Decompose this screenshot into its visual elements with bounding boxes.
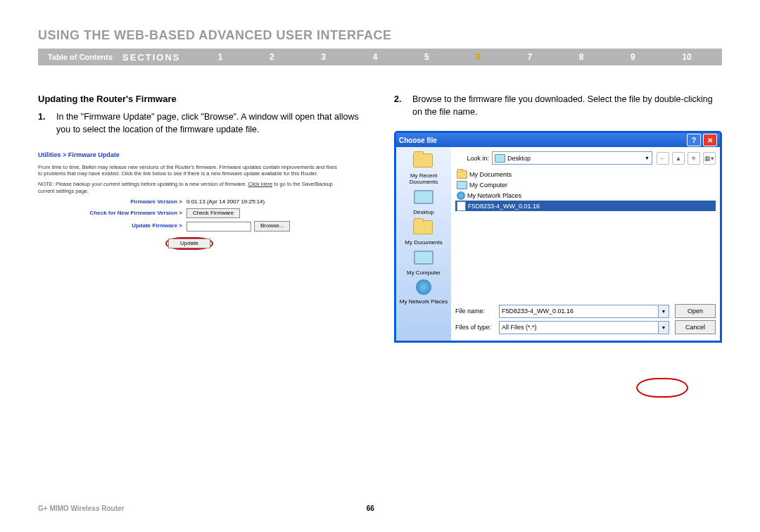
highlight-ellipse: [636, 378, 688, 398]
browse-button[interactable]: Browse...: [254, 221, 290, 231]
firmware-intro-text: From time to time, Belkin may release ne…: [38, 164, 341, 178]
file-icon: [457, 201, 466, 211]
firmware-update-panel: Utilities > Firmware Update From time to…: [38, 151, 341, 250]
sidebar-computer[interactable]: My Computer: [407, 248, 441, 276]
step-2-text: Browse to the firmware file you download…: [412, 94, 722, 118]
check-firmware-label: Check for New Firmware Version >: [38, 210, 186, 217]
footer-product: G+ MIMO Wireless Router: [38, 505, 124, 512]
chevron-down-icon[interactable]: ▼: [658, 305, 669, 317]
lookin-select[interactable]: Desktop ▼: [492, 151, 652, 165]
filename-input[interactable]: F5D8233-4_WW_0.01.16▼: [499, 305, 669, 318]
list-item: My Documents: [455, 169, 716, 179]
sections-label: SECTIONS: [122, 52, 187, 63]
list-item: My Network Places: [455, 190, 716, 201]
computer-icon: [457, 181, 467, 189]
list-item: My Computer: [455, 179, 716, 190]
nav-item-4[interactable]: 4: [373, 52, 378, 62]
step-1-number: 1.: [38, 111, 56, 136]
firmware-version-value: 0.01.13 (Apr 14 2007 19:25:14): [186, 198, 265, 205]
up-icon[interactable]: ▲: [672, 152, 685, 165]
toc-link[interactable]: Table of Contents: [38, 53, 122, 61]
sidebar-recent[interactable]: My Recent Documents: [396, 151, 451, 185]
page-title: USING THE WEB-BASED ADVANCED USER INTERF…: [38, 28, 722, 43]
close-icon[interactable]: ✕: [703, 134, 717, 146]
filetype-select[interactable]: All Files (*.*)▼: [499, 321, 669, 334]
filetype-label: Files of type:: [455, 324, 499, 331]
nav-item-2[interactable]: 2: [270, 52, 274, 62]
click-here-link[interactable]: Click Here: [248, 181, 272, 187]
network-icon: [457, 191, 465, 200]
filename-value: F5D8233-4_WW_0.01.16: [502, 308, 574, 315]
firmware-version-label: Firmware Version >: [38, 198, 186, 205]
sidebar-documents-label: My Documents: [405, 239, 442, 246]
nav-item-9[interactable]: 9: [631, 52, 635, 62]
filename-label: File name:: [455, 308, 499, 315]
file-list[interactable]: My Documents My Computer My Network Plac…: [455, 167, 716, 213]
desktop-icon: [495, 154, 505, 163]
lookin-value: Desktop: [507, 155, 531, 162]
view-menu-icon[interactable]: ▦▾: [703, 152, 716, 165]
choose-file-dialog: Choose file ? ✕ My Recent Documents Desk…: [394, 131, 722, 343]
nav-item-1[interactable]: 1: [218, 52, 223, 62]
nav-item-5[interactable]: 5: [424, 52, 429, 62]
sidebar-desktop[interactable]: Desktop: [413, 187, 434, 215]
note-prefix: NOTE: Please backup your current setting…: [38, 181, 248, 187]
sidebar-computer-label: My Computer: [407, 270, 441, 276]
nav-item-7[interactable]: 7: [527, 52, 532, 62]
check-firmware-button[interactable]: Check Firmware: [186, 208, 240, 218]
sidebar-documents[interactable]: My Documents: [405, 217, 442, 246]
open-button[interactable]: Open: [675, 304, 716, 318]
nav-item-10[interactable]: 10: [682, 52, 691, 62]
list-item-selected: F5D8233-4_WW_0.01.16: [455, 201, 716, 211]
folder-icon: [457, 170, 467, 179]
help-icon[interactable]: ?: [687, 134, 701, 146]
filetype-value: All Files (*.*): [502, 324, 537, 331]
sidebar-network-label: My Network Places: [400, 298, 448, 305]
section-nav: Table of Contents SECTIONS 1 2 3 4 5 6 7…: [38, 49, 722, 65]
sidebar-recent-label: My Recent Documents: [410, 172, 438, 185]
breadcrumb: Utilities > Firmware Update: [38, 151, 341, 160]
step-1-text: In the "Firmware Update" page, click "Br…: [56, 111, 366, 136]
sidebar-desktop-label: Desktop: [413, 209, 433, 215]
chevron-down-icon[interactable]: ▼: [658, 322, 669, 334]
new-folder-icon[interactable]: ✳: [688, 152, 700, 165]
nav-item-8[interactable]: 8: [579, 52, 584, 62]
lookin-label: Look in:: [455, 155, 492, 162]
nav-item-3[interactable]: 3: [321, 52, 326, 62]
dialog-title: Choose file: [399, 137, 437, 144]
firmware-path-input[interactable]: [186, 222, 251, 232]
firmware-note-text: NOTE: Please backup your current setting…: [38, 181, 341, 195]
cancel-button[interactable]: Cancel: [675, 320, 716, 334]
back-icon[interactable]: ←: [657, 152, 669, 165]
step-2-number: 2.: [394, 94, 412, 118]
page-number: 66: [367, 505, 374, 512]
section-subheading: Updating the Router's Firmware: [38, 94, 366, 104]
sidebar-network[interactable]: My Network Places: [400, 278, 448, 305]
update-firmware-label: Update Firmware >: [38, 222, 186, 229]
update-button[interactable]: Update: [168, 239, 210, 248]
nav-item-6[interactable]: 6: [476, 52, 481, 62]
